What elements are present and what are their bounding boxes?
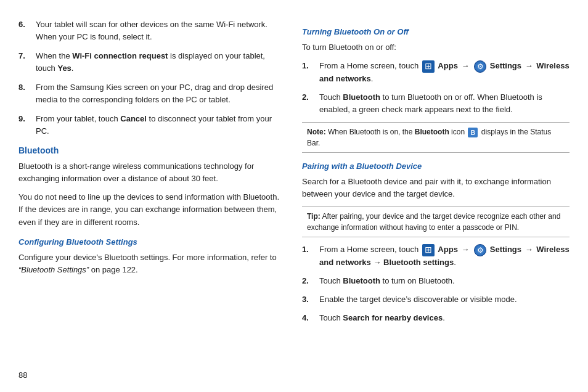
note-box: Note: When Bluetooth is on, the Bluetoot…: [302, 122, 570, 153]
apps-label-2: Apps: [438, 245, 458, 254]
pairing-step-3: 3. Enable the target device’s discoverab…: [302, 293, 570, 306]
turning-step-1-num: 1.: [302, 60, 314, 85]
pairing-step-2: 2. Touch Bluetooth to turn on Bluetooth.: [302, 275, 570, 287]
pairing-step-1-num: 1.: [302, 243, 314, 269]
pairing-step-1: 1. From a Home screen, touch Apps → Sett…: [302, 243, 570, 269]
settings-gear-icon-2: [474, 244, 486, 256]
config-text-after: on page 122.: [89, 265, 138, 274]
turning-heading: Turning Bluetooth On or Off: [302, 27, 570, 36]
left-column: 6. Your tablet will scan for other devic…: [18, 18, 284, 380]
search-nearby-label: Search for nearby devices: [343, 313, 443, 322]
pairing-step-4-text: Touch Search for nearby devices.: [319, 312, 570, 324]
pairing-steps: 1. From a Home screen, touch Apps → Sett…: [302, 243, 570, 324]
bluetooth-heading: Bluetooth: [18, 145, 284, 155]
pairing-step-1-text: From a Home screen, touch Apps → Setting…: [319, 243, 570, 269]
pairing-step-2-num: 2.: [302, 275, 314, 287]
config-link: “Bluetooth Settings”: [18, 265, 89, 274]
settings-label-2: Settings: [490, 245, 521, 254]
step-6-num: 6.: [18, 18, 31, 43]
turning-step-1-text: From a Home screen, touch Apps → Setting…: [319, 60, 570, 85]
step-7: 7. When the Wi-Fi connection request is …: [18, 50, 284, 74]
note-label: Note:: [307, 128, 326, 136]
pairing-text: Search for a Bluetooth device and pair w…: [302, 176, 570, 200]
note-bluetooth-label: Bluetooth: [415, 128, 449, 136]
turning-step-2: 2. Touch Bluetooth to turn Bluetooth on …: [302, 91, 570, 116]
tip-label: Tip:: [307, 212, 321, 221]
page-number: 88: [18, 370, 27, 380]
pairing-step-2-text: Touch Bluetooth to turn on Bluetooth.: [319, 275, 570, 287]
bluetooth-status-icon: [468, 128, 478, 137]
turning-step-2-num: 2.: [302, 91, 314, 116]
turning-intro: To turn Bluetooth on or off:: [302, 41, 570, 54]
step-7-bold2: Yes: [57, 63, 71, 73]
pairing-step-3-text: Enable the target device’s discoverable …: [319, 293, 570, 306]
pairing-heading: Pairing with a Bluetooth Device: [302, 161, 570, 171]
apps-grid-icon-2: [422, 244, 435, 256]
apps-label: Apps: [438, 61, 458, 70]
turning-step-1: 1. From a Home screen, touch Apps → Sett…: [302, 60, 570, 85]
step-7-num: 7.: [18, 50, 31, 74]
bluetooth-on-label: Bluetooth: [343, 276, 380, 285]
step-7-bold1: Wi-Fi connection request: [72, 51, 168, 60]
bluetooth-p2: You do not need to line up the devices t…: [18, 191, 284, 228]
pairing-step-4-num: 4.: [302, 312, 314, 324]
step-6-text: Your tablet will scan for other devices …: [36, 18, 284, 43]
step-7-text: When the Wi-Fi connection request is dis…: [36, 50, 284, 74]
step-8: 8. From the Samsung Kies screen on your …: [18, 81, 284, 105]
step-9-num: 9.: [18, 113, 31, 137]
settings-gear-icon: [474, 60, 486, 73]
step-9: 9. From your tablet, touch Cancel to dis…: [18, 113, 284, 137]
right-column: Turning Bluetooth On or Off To turn Blue…: [302, 18, 570, 380]
apps-grid-icon: [422, 60, 435, 73]
step-9-text: From your tablet, touch Cancel to discon…: [36, 113, 284, 137]
step-6: 6. Your tablet will scan for other devic…: [18, 18, 284, 43]
settings-label: Settings: [490, 61, 521, 70]
turning-steps: 1. From a Home screen, touch Apps → Sett…: [302, 60, 570, 116]
turning-step-2-text: Touch Bluetooth to turn Bluetooth on or …: [319, 91, 570, 116]
config-heading: Configuring Bluetooth Settings: [18, 237, 284, 247]
tip-box: Tip: After pairing, your device and the …: [302, 206, 570, 237]
bluetooth-label-step2: Bluetooth: [343, 92, 380, 102]
bluetooth-p1: Bluetooth is a short-range wireless comm…: [18, 160, 284, 185]
step-8-text: From the Samsung Kies screen on your PC,…: [36, 81, 284, 105]
config-text: Configure your device's Bluetooth settin…: [18, 251, 284, 276]
config-text-before: Configure your device's Bluetooth settin…: [18, 253, 277, 262]
step-8-num: 8.: [18, 81, 31, 105]
pairing-step-4: 4. Touch Search for nearby devices.: [302, 312, 570, 324]
step-9-cancel: Cancel: [120, 114, 147, 123]
pairing-step-3-num: 3.: [302, 293, 314, 306]
